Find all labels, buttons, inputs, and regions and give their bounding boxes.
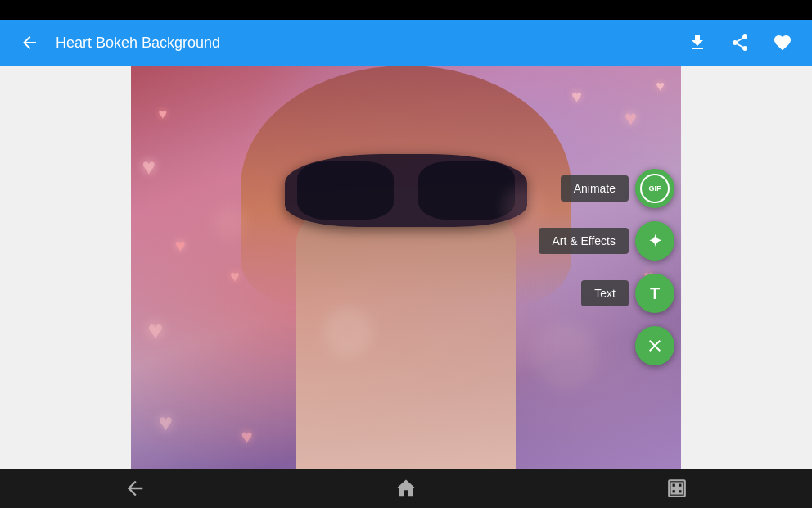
sunglasses (285, 154, 527, 227)
nav-home-button[interactable] (373, 469, 439, 508)
art-effects-label[interactable]: Art & Effects (539, 228, 629, 254)
share-button[interactable] (724, 26, 756, 59)
fab-overlay: Animate GIF Art & Effects ✦ Text T (532, 169, 681, 365)
animate-button[interactable]: GIF (635, 169, 674, 208)
text-row: Text T (581, 274, 674, 313)
text-icon: T (650, 284, 660, 303)
favorite-button[interactable] (766, 26, 799, 59)
animate-label[interactable]: Animate (561, 175, 629, 202)
close-icon (645, 336, 665, 356)
download-button[interactable] (681, 26, 714, 59)
body-shape (296, 187, 517, 469)
svg-rect-3 (671, 489, 675, 493)
back-button[interactable] (13, 26, 46, 59)
art-effects-button[interactable]: ✦ (635, 221, 674, 261)
svg-rect-2 (678, 483, 682, 488)
bottom-navigation (0, 469, 812, 508)
right-area (681, 66, 812, 469)
close-button[interactable] (635, 326, 674, 365)
art-effects-icon: ✦ (648, 233, 662, 249)
download-icon (688, 33, 707, 52)
image-wrapper: ♥ ♥ ♥ ♥ ♥ ♥ ♥ ♥ ♥ ♥ ♥ (131, 66, 681, 469)
page-title: Heart Bokeh Background (56, 34, 671, 52)
back-icon (20, 33, 39, 52)
nav-back-icon (124, 477, 147, 500)
app-toolbar: Heart Bokeh Background (0, 20, 812, 66)
left-area (0, 66, 131, 469)
svg-rect-4 (678, 489, 682, 493)
nav-home-icon (395, 477, 417, 500)
text-label[interactable]: Text (581, 280, 629, 306)
close-row (635, 326, 674, 365)
share-icon (730, 33, 750, 52)
text-button[interactable]: T (635, 274, 674, 313)
svg-rect-1 (671, 483, 675, 488)
favorite-icon (773, 33, 792, 52)
animate-row: Animate GIF (561, 169, 674, 208)
art-effects-row: Art & Effects ✦ (539, 221, 674, 261)
nav-recent-button[interactable] (644, 469, 710, 508)
nav-recent-icon (666, 478, 688, 499)
main-content-row: ♥ ♥ ♥ ♥ ♥ ♥ ♥ ♥ ♥ ♥ ♥ (0, 66, 812, 469)
status-bar (0, 0, 812, 20)
gif-icon: GIF (640, 174, 670, 203)
nav-back-button[interactable] (102, 469, 168, 508)
